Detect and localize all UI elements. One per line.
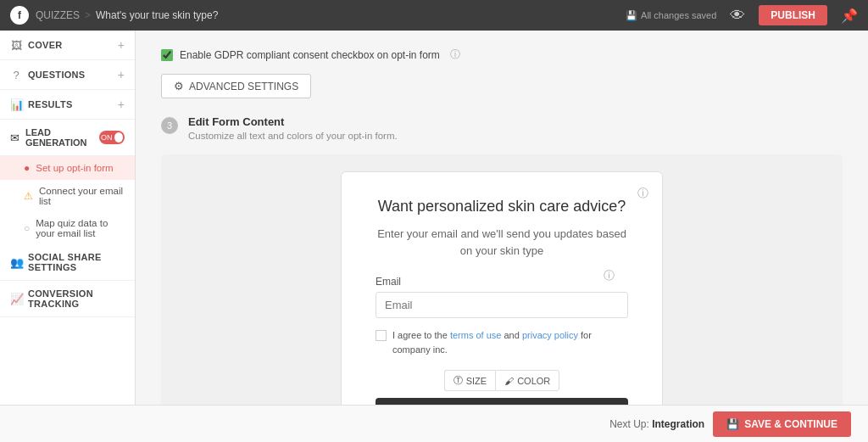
toggle-knob — [114, 132, 124, 143]
sidebar-sub-item-optin[interactable]: ● Set up opt-in form — [0, 156, 135, 180]
bottom-bar: Next Up: Integration 💾 SAVE & CONTINUE — [0, 405, 868, 442]
subtitle-info-icon[interactable]: ⓘ — [604, 268, 615, 283]
breadcrumb: QUIZZES > What's your true skin type? — [36, 9, 218, 21]
add-cover-icon[interactable]: + — [118, 38, 125, 52]
privacy-link[interactable]: privacy policy — [522, 330, 578, 340]
see-results-button[interactable]: See My Results — [376, 398, 628, 405]
map-icon: ○ — [24, 222, 30, 234]
lead-gen-label: LEAD GENERATION — [25, 127, 99, 148]
add-results-icon[interactable]: + — [118, 98, 125, 111]
title-info-icon[interactable]: ⓘ — [637, 186, 648, 201]
preview-button[interactable]: 👁 — [723, 3, 752, 28]
saved-status: 💾 All changes saved — [626, 10, 716, 21]
pin-icon: 📌 — [841, 8, 858, 24]
preview-card-title: Want personalized skin care advice? — [376, 198, 628, 215]
next-up-link: Integration — [652, 418, 704, 430]
step-number: 3 — [161, 117, 178, 134]
optin-label: Set up opt-in form — [36, 163, 113, 173]
gdpr-row: Enable GDPR compliant consent checkbox o… — [161, 48, 843, 62]
map-label: Map quiz data to your email list — [36, 218, 125, 238]
email-list-label: Connect your email list — [39, 186, 125, 206]
edit-form-section: 3 Edit Form Content Customize all text a… — [161, 115, 843, 141]
preview-card-subtitle: Enter your email and we'll send you upda… — [376, 226, 628, 259]
sidebar-sub-item-map[interactable]: ○ Map quiz data to your email list — [0, 212, 135, 244]
breadcrumb-sep: > — [85, 9, 91, 21]
color-icon: 🖌 — [504, 376, 514, 386]
button-tools: Ⓣ SIZE 🖌 COLOR — [376, 370, 628, 391]
results-label: RESULTS — [28, 99, 73, 109]
app-logo: f — [10, 6, 29, 25]
section-title: Edit Form Content — [188, 115, 398, 128]
save-continue-button[interactable]: 💾 SAVE & CONTINUE — [713, 411, 851, 437]
lead-gen-icon: ✉ — [10, 131, 19, 144]
email-field-label: Email — [376, 276, 628, 288]
preview-card: ⓘ Want personalized skin care advice? En… — [341, 171, 663, 405]
next-up-text: Next Up: Integration — [609, 418, 704, 430]
size-button[interactable]: Ⓣ SIZE — [444, 370, 495, 391]
publish-button[interactable]: PUBLISH — [759, 5, 827, 25]
breadcrumb-current: What's your true skin type? — [96, 9, 218, 21]
gdpr-info-icon[interactable]: ⓘ — [450, 48, 460, 62]
social-label: SOCIAL SHARE SETTINGS — [28, 252, 125, 272]
conversion-label: CONVERSION TRACKING — [28, 288, 125, 309]
questions-label: QUESTIONS — [28, 70, 86, 80]
terms-link[interactable]: terms of use — [450, 330, 502, 340]
content-area: Enable GDPR compliant consent checkbox o… — [136, 31, 868, 405]
color-button[interactable]: 🖌 COLOR — [495, 370, 559, 391]
cover-label: COVER — [28, 40, 63, 50]
social-icon: 👥 — [10, 256, 22, 269]
lead-gen-header[interactable]: ✉ LEAD GENERATION ON — [0, 120, 135, 156]
toggle-text: ON — [101, 133, 113, 142]
sidebar-sub-item-email[interactable]: ⚠ Connect your email list — [0, 180, 135, 212]
sidebar-item-social[interactable]: 👥 SOCIAL SHARE SETTINGS — [0, 244, 135, 281]
gdpr-checkbox[interactable] — [161, 49, 173, 61]
size-icon: Ⓣ — [453, 374, 463, 387]
save-icon: 💾 — [626, 10, 637, 21]
results-icon: 📊 — [10, 98, 22, 111]
advanced-settings-button[interactable]: ⚙ ADVANCED SETTINGS — [161, 74, 311, 98]
breadcrumb-quizzes[interactable]: QUIZZES — [36, 9, 80, 21]
consent-text: I agree to the terms of use and privacy … — [392, 328, 628, 356]
sidebar-item-cover[interactable]: 🖼 COVER + — [0, 31, 135, 60]
optin-icon: ● — [24, 162, 30, 174]
warning-icon: ⚠ — [24, 190, 33, 202]
sidebar-item-results[interactable]: 📊 RESULTS + — [0, 90, 135, 120]
conversion-icon: 📈 — [10, 293, 22, 305]
consent-row: I agree to the terms of use and privacy … — [376, 328, 628, 356]
sidebar-item-questions[interactable]: ? QUESTIONS + — [0, 60, 135, 90]
consent-checkbox[interactable] — [376, 330, 387, 341]
top-nav: f QUIZZES > What's your true skin type? … — [0, 0, 868, 31]
save-icon-btn: 💾 — [726, 418, 739, 430]
lead-gen-toggle[interactable]: ON — [99, 131, 125, 144]
sidebar: 🖼 COVER + ? QUESTIONS + 📊 RESULTS + ✉ LE… — [0, 31, 136, 405]
gear-icon: ⚙ — [174, 80, 184, 92]
sidebar-item-conversion[interactable]: 📈 CONVERSION TRACKING — [0, 281, 135, 317]
questions-icon: ? — [10, 69, 22, 81]
gdpr-label: Enable GDPR compliant consent checkbox o… — [180, 49, 440, 61]
add-questions-icon[interactable]: + — [118, 68, 125, 81]
section-desc: Customize all text and colors of your op… — [188, 131, 398, 141]
main-layout: 🖼 COVER + ? QUESTIONS + 📊 RESULTS + ✉ LE… — [0, 31, 868, 405]
cover-icon: 🖼 — [10, 39, 22, 52]
email-input[interactable] — [376, 292, 628, 318]
